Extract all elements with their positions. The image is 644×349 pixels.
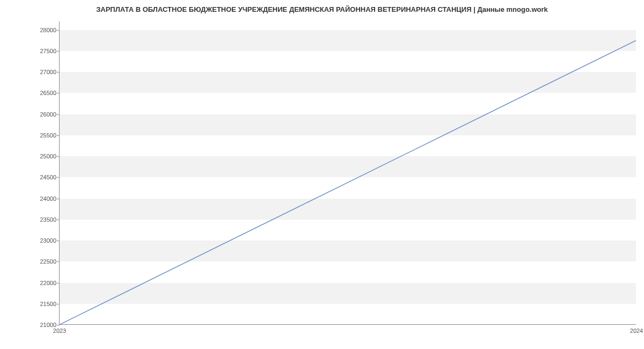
y-tick-label: 28000	[40, 27, 56, 33]
grid-band	[60, 283, 636, 304]
y-tick-label: 23000	[40, 237, 56, 244]
y-tick-mark	[57, 30, 60, 31]
grid-band	[60, 72, 636, 93]
y-tick-mark	[57, 72, 60, 72]
y-tick-mark	[57, 220, 60, 220]
y-tick-mark	[57, 114, 60, 115]
y-tick-label: 22000	[40, 280, 56, 286]
grid-band	[60, 114, 636, 135]
y-tick-mark	[57, 325, 60, 325]
y-tick-mark	[57, 51, 60, 52]
y-tick-mark	[57, 283, 60, 283]
y-tick-mark	[57, 199, 60, 199]
y-tick-label: 27000	[40, 69, 56, 75]
y-tick-mark	[57, 135, 60, 136]
x-tick-label: 2023	[53, 328, 66, 334]
chart-plot-area: 2100021500220002250023000235002400024500…	[59, 21, 636, 325]
y-tick-label: 24500	[40, 174, 56, 180]
grid-band	[60, 199, 636, 220]
y-tick-label: 25500	[40, 132, 56, 139]
y-tick-label: 25000	[40, 153, 56, 159]
y-tick-label: 23500	[40, 216, 56, 223]
x-tick-label: 2024	[630, 328, 643, 334]
chart-title: ЗАРПЛАТА В ОБЛАСТНОЕ БЮДЖЕТНОЕ УЧРЕЖДЕНИ…	[0, 0, 644, 13]
y-tick-mark	[57, 304, 60, 304]
y-tick-mark	[57, 261, 60, 262]
y-tick-mark	[57, 156, 60, 157]
grid-band	[60, 156, 636, 177]
y-tick-label: 22500	[40, 258, 56, 265]
y-tick-mark	[57, 241, 60, 241]
y-tick-label: 24000	[40, 195, 56, 202]
grid-band	[60, 241, 636, 261]
y-tick-label: 26000	[40, 111, 56, 118]
y-tick-label: 26500	[40, 90, 56, 96]
y-tick-mark	[57, 93, 60, 93]
y-tick-label: 27500	[40, 48, 56, 54]
y-tick-mark	[57, 177, 60, 178]
y-tick-label: 21500	[40, 301, 56, 307]
grid-band	[60, 30, 636, 51]
